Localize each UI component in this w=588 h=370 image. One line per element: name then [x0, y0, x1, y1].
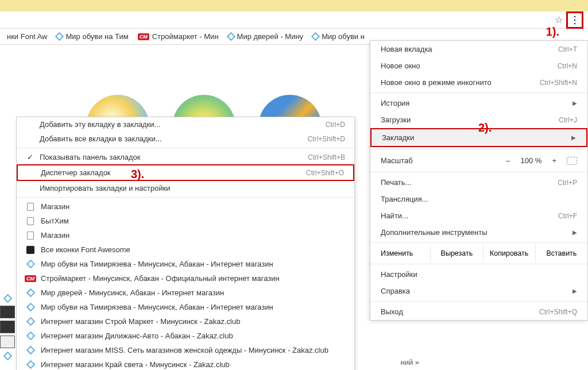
svg-rect-2	[547, 4, 551, 8]
menu-history[interactable]: История▶	[370, 95, 587, 111]
fontawesome-icon	[26, 246, 35, 254]
menu-more-tools[interactable]: Дополнительные инструменты▶	[370, 224, 587, 241]
bookmark-show-bar[interactable]: ✓Показывать панель закладокCtrl+Shift+B	[17, 150, 354, 164]
edit-label: Изменить	[370, 245, 430, 262]
bookmark-list-item[interactable]: Интернет магазин Край света - Минусинск …	[17, 357, 354, 370]
left-edge-thumbs	[0, 293, 15, 361]
svg-rect-1	[548, 3, 552, 7]
annotation-1: 1).	[546, 25, 559, 38]
menu-new-tab[interactable]: Новая вкладкаCtrl+T	[370, 41, 587, 57]
diamond-icon	[26, 304, 35, 310]
close-button[interactable]: ✕	[563, 0, 588, 11]
bookmarks-submenu: Добавить эту вкладку в закладки...Ctrl+D…	[16, 117, 355, 370]
bookmark-list-item[interactable]: Все иконки Font Awesome	[17, 242, 354, 257]
bookmark-manager[interactable]: Диспетчер закладокCtrl+Shift+O	[17, 164, 354, 181]
svg-point-5	[574, 22, 575, 24]
bookmark-list-item[interactable]: Мир обуви на Тимирязева - Минусинск, Аба…	[17, 300, 354, 314]
zoom-out-button[interactable]: –	[501, 155, 514, 166]
bookmark-item[interactable]: Мир обуви на Тим	[53, 30, 131, 43]
menu-exit[interactable]: ВыходCtrl+Shift+Q	[370, 303, 587, 320]
diamond-icon	[26, 347, 35, 353]
menu-help[interactable]: Справка▶	[370, 283, 587, 299]
page-icon	[26, 217, 35, 225]
thumbnail	[0, 321, 15, 333]
menu-button-highlight	[566, 11, 583, 29]
check-icon: ✓	[26, 153, 34, 161]
bookmark-label: нки Font Aw	[7, 32, 47, 41]
cut-button[interactable]: Вырезать	[430, 245, 482, 262]
main-menu: Новая вкладкаCtrl+T Новое окноCtrl+N Нов…	[370, 40, 588, 321]
bookmark-label: Интернет магазин Дилижанс-Авто - Абакан …	[41, 332, 233, 340]
svg-point-0	[497, 3, 500, 6]
restore-button[interactable]	[537, 0, 563, 11]
separator	[370, 149, 587, 149]
bookmark-label: БытХим	[41, 217, 69, 225]
bookmark-star-icon[interactable]: ☆	[555, 14, 563, 25]
bookmark-list-item[interactable]: Мир дверей - Минусинск, Абакан - Интерне…	[17, 286, 354, 300]
separator	[17, 197, 354, 198]
diamond-icon	[26, 318, 35, 325]
minimize-button[interactable]: —	[512, 0, 537, 11]
menu-button[interactable]	[568, 14, 581, 26]
bookmark-list-item[interactable]: Магазин	[17, 228, 354, 242]
bookmark-add-page[interactable]: Добавить эту вкладку в закладки...Ctrl+D	[17, 117, 354, 132]
bookmark-item[interactable]: Мир обуви н	[309, 30, 368, 43]
menu-edit-row: Изменить Вырезать Копировать Вставить	[370, 245, 587, 262]
separator	[17, 148, 354, 148]
page-icon	[26, 232, 35, 240]
separator	[370, 301, 587, 302]
diamond-icon	[26, 290, 35, 296]
menu-incognito[interactable]: Новое окно в режиме инкогнитоCtrl+Shift+…	[370, 74, 587, 91]
avatar-button[interactable]	[489, 0, 506, 11]
thumbnail	[0, 336, 15, 348]
bookmark-label: Магазин	[41, 202, 69, 211]
bookmark-label: Строймаркет - Мин	[152, 32, 219, 41]
thumbnail	[0, 306, 15, 318]
cm-icon: СМ	[138, 33, 149, 40]
chevron-right-icon: ▶	[571, 134, 576, 141]
diamond-icon	[3, 294, 12, 303]
bookmark-list-item[interactable]: Мир обуви на Тимирязева - Минусинск, Аба…	[17, 257, 354, 271]
bookmark-label: Мир обуви на Тимирязева - Минусинск, Аба…	[41, 303, 273, 311]
bookmark-list-item[interactable]: Интернет магазин MISS. Сеть магазинов же…	[17, 343, 354, 357]
bookmark-list-item[interactable]: Интернет магазин Строй Маркет - Минусинс…	[17, 314, 354, 329]
menu-print[interactable]: Печать...Ctrl+P	[370, 174, 587, 191]
bookmark-list-item[interactable]: Магазин	[17, 199, 354, 214]
bookmark-add-all[interactable]: Добавить все вкладки в закладки...Ctrl+S…	[17, 132, 354, 146]
bookmark-label: Магазин	[41, 231, 69, 240]
bookmark-label: Мир обуви н	[322, 32, 365, 41]
cm-icon: СМ	[26, 275, 35, 282]
menu-settings[interactable]: Настройки	[370, 266, 587, 283]
bookmark-label: Мир дверей - Минусинск, Абакан - Интерне…	[41, 288, 224, 297]
chevron-right-icon: ▶	[572, 288, 577, 294]
menu-new-window[interactable]: Новое окноCtrl+N	[370, 57, 587, 74]
annotation-3: 3).	[131, 168, 144, 181]
diamond-icon	[311, 32, 320, 41]
diamond-icon	[3, 351, 12, 360]
bookmark-import[interactable]: Импортировать закладки и настройки	[17, 181, 354, 195]
bookmark-item[interactable]: нки Font Aw	[3, 30, 51, 43]
diamond-icon	[26, 333, 35, 339]
bookmark-list-item[interactable]: СМСтроймаркет - Минусинск, Абакан - Офиц…	[17, 271, 354, 286]
separator	[370, 92, 587, 93]
bookmark-item[interactable]: Мир дверей - Мину	[225, 30, 307, 43]
fullscreen-button[interactable]	[567, 157, 577, 165]
bookmark-label: Интернет магазин Край света - Минусинск …	[41, 360, 230, 369]
copy-button[interactable]: Копировать	[483, 245, 535, 262]
bookmark-label: Все иконки Font Awesome	[41, 245, 130, 254]
zoom-in-button[interactable]: +	[547, 155, 561, 166]
paste-button[interactable]: Вставить	[535, 245, 587, 262]
menu-find[interactable]: Найти...Ctrl+F	[370, 207, 587, 224]
bookmark-label: Строймаркет - Минусинск, Абакан - Официа…	[41, 274, 280, 283]
diamond-icon	[226, 32, 235, 41]
diamond-icon	[26, 361, 35, 368]
bookmark-item[interactable]: СМСтроймаркет - Мин	[134, 30, 222, 43]
bookmark-list-item[interactable]: Интернет магазин Дилижанс-Авто - Абакан …	[17, 329, 354, 343]
bookmark-label: Мир обуви на Тимирязева - Минусинск, Аба…	[41, 260, 273, 268]
bookmark-list-item[interactable]: БытХим	[17, 214, 354, 228]
menu-cast[interactable]: Трансляция...	[370, 191, 587, 207]
page-icon	[26, 203, 35, 211]
svg-point-3	[574, 16, 575, 17]
chevron-right-icon: ▶	[572, 100, 577, 106]
separator	[370, 242, 587, 243]
